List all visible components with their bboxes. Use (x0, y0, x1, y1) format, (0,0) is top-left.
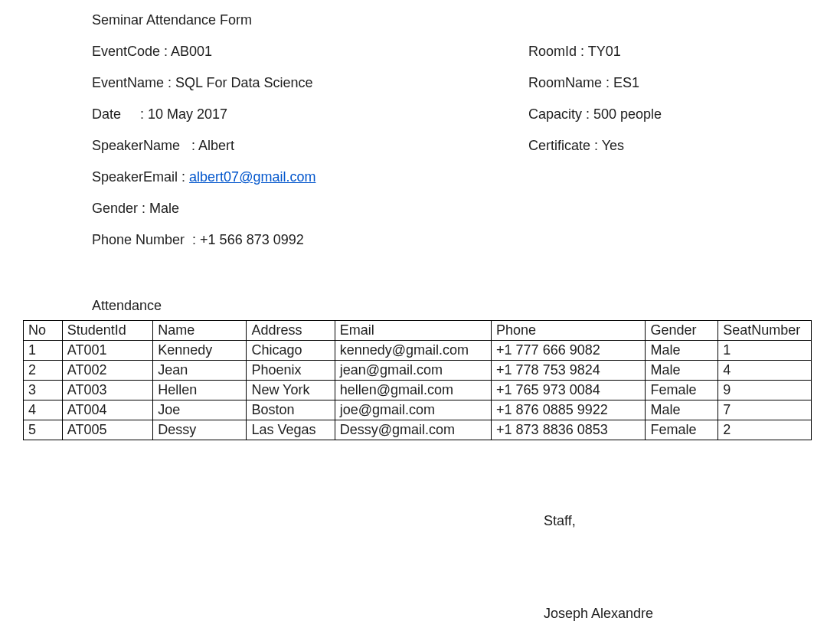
field-label: Date (92, 106, 121, 122)
cell-phone: +1 876 0885 9922 (492, 400, 646, 420)
cell-gender: Female (646, 381, 718, 400)
details-columns: EventCode : AB001 EventName : SQL For Da… (92, 44, 804, 263)
attendance-heading: Attendance (23, 298, 804, 314)
col-header-gender: Gender (646, 321, 718, 341)
cell-no: 3 (24, 381, 63, 400)
certificate-field: Certificate : Yes (528, 138, 804, 154)
col-header-no: No (24, 321, 63, 341)
phone-field: Phone Number : +1 566 873 0992 (92, 232, 528, 248)
cell-address: Boston (247, 400, 335, 420)
form-title: Seminar Attendance Form (92, 12, 804, 28)
cell-gender: Female (646, 420, 718, 440)
field-sep: : (138, 201, 149, 216)
details-left-column: EventCode : AB001 EventName : SQL For Da… (92, 44, 528, 263)
signature-name: Joseph Alexandre (544, 606, 773, 622)
table-row: 2AT002JeanPhoenixjean@gmail.com+1 778 75… (24, 361, 812, 381)
col-header-address: Address (247, 321, 335, 341)
signature-block: Staff, Joseph Alexandre (544, 513, 773, 622)
cell-name: Dessy (153, 420, 247, 440)
field-value: +1 566 873 0992 (200, 232, 304, 247)
event-code-field: EventCode : AB001 (92, 44, 528, 60)
speaker-name-field: SpeakerName : Albert (92, 138, 528, 154)
table-row: 3AT003HellenNew Yorkhellen@gmail.com+1 7… (24, 381, 812, 400)
cell-address: Chicago (247, 341, 335, 361)
cell-phone: +1 765 973 0084 (492, 381, 646, 400)
form-header: Seminar Attendance Form EventCode : AB00… (23, 12, 804, 263)
cell-name: Kennedy (153, 341, 247, 361)
field-value: Yes (602, 138, 624, 153)
field-value: Male (149, 201, 179, 216)
attendance-table: No StudentId Name Address Email Phone Ge… (23, 320, 812, 440)
col-header-phone: Phone (492, 321, 646, 341)
cell-no: 4 (24, 400, 63, 420)
field-label: Gender (92, 201, 138, 216)
field-sep: : (185, 232, 200, 247)
field-sep: : (602, 75, 613, 90)
gender-field: Gender : Male (92, 201, 528, 217)
field-sep: : (180, 138, 198, 153)
speaker-email-link[interactable]: albert07@gmail.com (189, 169, 315, 185)
cell-seat: 2 (718, 420, 812, 440)
cell-no: 5 (24, 420, 63, 440)
cell-name: Jean (153, 361, 247, 381)
field-label: Certificate (528, 138, 590, 153)
cell-studentId: AT003 (62, 381, 153, 400)
cell-email: joe@gmail.com (335, 400, 491, 420)
field-label: SpeakerEmail (92, 169, 178, 185)
cell-name: Joe (153, 400, 247, 420)
cell-studentId: AT004 (62, 400, 153, 420)
cell-phone: +1 777 666 9082 (492, 341, 646, 361)
table-row: 4AT004JoeBostonjoe@gmail.com+1 876 0885 … (24, 400, 812, 420)
cell-gender: Male (646, 361, 718, 381)
room-id-field: RoomId : TY01 (528, 44, 804, 60)
field-value: SQL For Data Science (175, 75, 312, 90)
field-sep: : (164, 75, 175, 90)
cell-phone: +1 873 8836 0853 (492, 420, 646, 440)
table-row: 5AT005DessyLas VegasDessy@gmail.com+1 87… (24, 420, 812, 440)
col-header-seat: SeatNumber (718, 321, 812, 341)
field-sep: : (160, 44, 171, 59)
cell-studentId: AT005 (62, 420, 153, 440)
field-value: 500 people (593, 106, 662, 122)
cell-studentId: AT001 (62, 341, 153, 361)
field-sep: : (590, 138, 602, 153)
col-header-studentid: StudentId (62, 321, 153, 341)
field-label: Phone Number (92, 232, 185, 247)
table-body: 1AT001KennedyChicagokennedy@gmail.com+1 … (24, 341, 812, 440)
field-value: 10 May 2017 (148, 106, 227, 122)
cell-email: kennedy@gmail.com (335, 341, 491, 361)
date-field: Date : 10 May 2017 (92, 106, 528, 123)
cell-gender: Male (646, 400, 718, 420)
document-page: Seminar Attendance Form EventCode : AB00… (0, 0, 827, 644)
details-right-column: RoomId : TY01 RoomName : ES1 Capacity : … (528, 44, 804, 263)
cell-no: 2 (24, 361, 63, 381)
cell-seat: 9 (718, 381, 812, 400)
field-value: Albert (198, 138, 234, 153)
event-name-field: EventName : SQL For Data Science (92, 75, 528, 91)
cell-seat: 4 (718, 361, 812, 381)
field-label: RoomId (528, 44, 577, 59)
speaker-email-field: SpeakerEmail : albert07@gmail.com (92, 169, 528, 185)
table-row: 1AT001KennedyChicagokennedy@gmail.com+1 … (24, 341, 812, 361)
cell-address: Phoenix (247, 361, 335, 381)
signature-label: Staff, (544, 513, 773, 529)
field-sep: : (121, 106, 148, 122)
cell-address: New York (247, 381, 335, 400)
cell-phone: +1 778 753 9824 (492, 361, 646, 381)
cell-email: jean@gmail.com (335, 361, 491, 381)
field-label: Capacity (528, 106, 582, 122)
field-label: RoomName (528, 75, 602, 90)
field-label: EventCode (92, 44, 160, 59)
cell-email: hellen@gmail.com (335, 381, 491, 400)
col-header-name: Name (153, 321, 247, 341)
cell-seat: 7 (718, 400, 812, 420)
cell-seat: 1 (718, 341, 812, 361)
field-label: EventName (92, 75, 164, 90)
table-header-row: No StudentId Name Address Email Phone Ge… (24, 321, 812, 341)
cell-studentId: AT002 (62, 361, 153, 381)
cell-address: Las Vegas (247, 420, 335, 440)
field-value: TY01 (588, 44, 621, 59)
col-header-email: Email (335, 321, 491, 341)
field-value: AB001 (171, 44, 212, 59)
cell-no: 1 (24, 341, 63, 361)
